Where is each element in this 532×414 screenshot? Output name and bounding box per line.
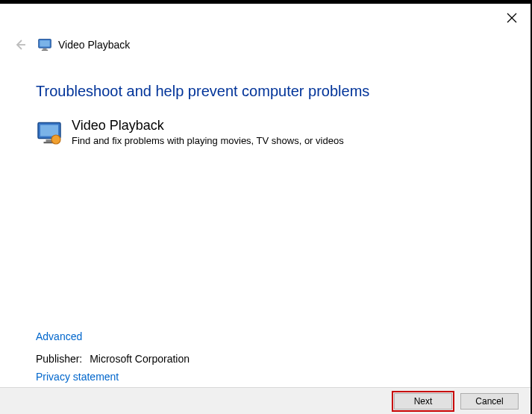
monitor-playback-icon (36, 119, 63, 146)
troubleshooter-description: Find and fix problems with playing movie… (72, 135, 344, 146)
cancel-button[interactable]: Cancel (460, 393, 519, 410)
publisher-value: Microsoft Corporation (90, 353, 190, 365)
troubleshooter-item: Video Playback Find and fix problems wit… (36, 118, 495, 146)
page-heading: Troubleshoot and help prevent computer p… (36, 83, 495, 100)
svg-rect-8 (40, 125, 58, 137)
titlebar (0, 4, 531, 32)
back-arrow-icon (13, 38, 27, 51)
privacy-link-row: Privacy statement (36, 371, 119, 383)
back-button (13, 38, 27, 51)
advanced-link-row: Advanced (36, 330, 82, 342)
publisher-label: Publisher: (36, 353, 82, 365)
svg-rect-6 (42, 50, 48, 51)
svg-point-11 (51, 135, 60, 144)
close-icon (507, 13, 517, 23)
publisher-row: Publisher: Microsoft Corporation (36, 353, 190, 365)
svg-rect-4 (40, 40, 49, 46)
content-area: Troubleshoot and help prevent computer p… (0, 57, 531, 146)
svg-rect-5 (43, 48, 47, 50)
header-title: Video Playback (58, 39, 130, 51)
privacy-link[interactable]: Privacy statement (36, 371, 119, 383)
troubleshooter-icon (36, 119, 63, 146)
header-row: Video Playback (0, 32, 531, 57)
troubleshooter-window: Video Playback Troubleshoot and help pre… (0, 4, 532, 414)
next-button[interactable]: Next (394, 393, 452, 410)
button-bar: Next Cancel (0, 387, 531, 414)
advanced-link[interactable]: Advanced (36, 330, 82, 342)
header-icon (37, 37, 52, 52)
next-button-highlight: Next (392, 391, 454, 412)
troubleshooter-title: Video Playback (72, 118, 344, 134)
troubleshooter-text: Video Playback Find and fix problems wit… (72, 118, 344, 146)
close-button[interactable] (507, 13, 517, 23)
monitor-playback-icon (37, 37, 52, 52)
